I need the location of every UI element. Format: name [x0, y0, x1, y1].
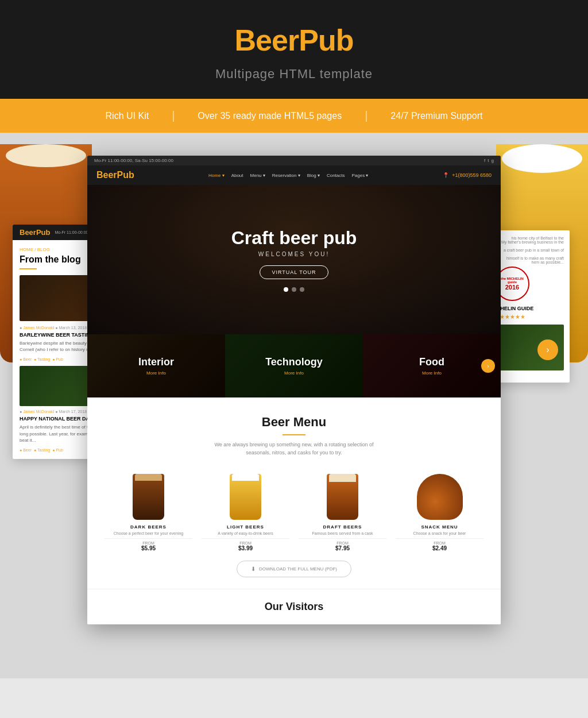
feature-box-food-title: Food: [419, 356, 444, 368]
blog-title-underline: [20, 268, 37, 269]
snack-desc: Choose a snack for your beer: [396, 531, 483, 536]
snack-divider: [396, 538, 483, 539]
feature-1: Rich UI Kit: [83, 111, 172, 121]
logo-accent: Pub: [299, 24, 353, 57]
tag-2: ● Tasting: [34, 357, 50, 361]
dark-beer-name: DARK BEERS: [105, 524, 192, 530]
dark-beer-desc: Choose a perfect beer for your evening: [105, 531, 192, 536]
visitors-title: Our Visitors: [99, 601, 489, 613]
dark-beer-glass: [133, 474, 164, 520]
nav-phone: 📍 +1(800)559 6580: [443, 172, 492, 178]
draft-beer-desc: Famous beers served from a cask: [299, 531, 386, 536]
nav-home[interactable]: Home ▾: [208, 173, 225, 178]
hero-dot-1[interactable]: [284, 287, 288, 292]
light-beer-desc: A variety of easy-to-drink beers: [202, 531, 289, 536]
dark-beer-image: [126, 468, 172, 520]
download-menu-button[interactable]: ⬇ DOWNLOAD THE FULL MENU (PDF): [237, 561, 351, 577]
nav-blog[interactable]: Blog ▾: [307, 173, 320, 178]
dark-beer-divider: [105, 538, 192, 539]
hero-dot-3[interactable]: [300, 287, 304, 292]
download-icon: ⬇: [251, 566, 256, 572]
phone-icon: 📍: [443, 172, 449, 178]
nav-contacts[interactable]: Contacts: [327, 173, 345, 178]
hero-subtitle: WELCOMES YOU!: [231, 251, 357, 257]
nav-pages[interactable]: Pages ▾: [352, 173, 369, 178]
nav-reservation[interactable]: Reservation ▾: [272, 173, 300, 178]
nav-logo: BeerPub: [96, 170, 134, 180]
snack-price-label: FROM: [396, 541, 483, 545]
social-twitter-icon[interactable]: t: [488, 158, 489, 163]
michelin-guide-text: the MICHELIN guide: [496, 277, 528, 284]
draft-beer-name: DRAFT BEERS: [299, 524, 386, 530]
feature-box-technology-title: Technology: [265, 356, 323, 368]
feature-box-food-link[interactable]: More Info: [422, 370, 442, 376]
nav-links: Home ▾ About Menu ▾ Reservation ▾ Blog ▾…: [208, 173, 368, 178]
arrow-button[interactable]: ›: [537, 339, 558, 360]
mockup-topbar: Mo-Fr 11:00-00:00, Sa-Su 15:00-00:00 f t…: [87, 156, 501, 165]
draft-beer-price: $7.95: [299, 545, 386, 551]
tagline: Multipage HTML template: [11, 67, 577, 82]
main-content: BeerPub Mo-Fr 11:00-00:00, Sa-Su 15:00-0…: [0, 133, 588, 678]
draft-beer-divider: [299, 538, 386, 539]
light-beer-price-label: FROM: [202, 541, 289, 545]
light-beer-price: $3.99: [202, 545, 289, 551]
tag-1: ● Beer: [20, 357, 32, 361]
feature-3: 24/7 Premium Support: [368, 111, 505, 121]
beer-menu-title: Beer Menu: [99, 415, 489, 430]
hero-content: Craft beer pub WELCOMES YOU! VIRTUAL TOU…: [231, 227, 357, 292]
hero-title: Craft beer pub: [231, 227, 357, 249]
hero-dot-2[interactable]: [292, 287, 296, 292]
nav-menu[interactable]: Menu ▾: [250, 173, 265, 178]
snack-price: $2.49: [396, 545, 483, 551]
light-beer-divider: [202, 538, 289, 539]
mockup-social: f t g: [484, 158, 494, 163]
draft-beer-glass: [327, 474, 358, 520]
feature-box-technology[interactable]: Technology More Info: [225, 334, 363, 397]
dark-beer-price-label: FROM: [105, 541, 192, 545]
feature-box-food[interactable]: Food More Info ›: [363, 334, 501, 397]
feature-box-food-arrow[interactable]: ›: [481, 359, 495, 373]
beer-grid: DARK BEERS Choose a perfect beer for you…: [99, 468, 489, 551]
tag-beer: ● Beer: [20, 448, 32, 452]
social-gplus-icon[interactable]: g: [492, 158, 494, 163]
beer-card-draft: DRAFT BEERS Famous beers served from a c…: [299, 468, 386, 551]
snack-visual: [417, 474, 463, 520]
light-beer-image: [223, 468, 269, 520]
feature-boxes: Interior More Info Technology More Info …: [87, 334, 501, 397]
beer-menu-underline: [283, 434, 305, 435]
main-logo: BeerPub: [11, 23, 577, 57]
draft-beer-price-label: FROM: [299, 541, 386, 545]
snack-name: SNACK MENU: [396, 524, 483, 530]
light-beer-name: LIGHT BEERS: [202, 524, 289, 530]
top-header: BeerPub Multipage HTML template: [0, 0, 588, 99]
beer-card-snack: SNACK MENU Choose a snack for your beer …: [396, 468, 483, 551]
feature-box-interior-link[interactable]: More Info: [146, 370, 166, 376]
social-facebook-icon[interactable]: f: [484, 158, 485, 163]
snack-image: [417, 468, 463, 520]
beer-menu-section: Beer Menu We are always brewing up somet…: [87, 397, 501, 589]
michelin-year: 2016: [505, 284, 519, 291]
features-bar: Rich UI Kit | Over 35 ready made HTML5 p…: [0, 99, 588, 133]
mockup-wrapper: BeerPub Mo-Fr 11:00-00:00, Sa-Su 15:00-0…: [87, 156, 501, 624]
logo-text: Beer: [235, 24, 299, 57]
tag-3: ● Pub: [52, 357, 63, 361]
feature-box-interior-title: Interior: [138, 356, 174, 368]
tag-pub: ● Pub: [52, 448, 63, 452]
beer-card-light: LIGHT BEERS A variety of easy-to-drink b…: [202, 468, 289, 551]
beer-card-dark: DARK BEERS Choose a perfect beer for you…: [105, 468, 192, 551]
mockup-hours: Mo-Fr 11:00-00:00, Sa-Su 15:00-00:00: [94, 158, 173, 163]
hero-cta-button[interactable]: VIRTUAL TOUR: [260, 265, 328, 279]
blog-card-logo: BeerPub: [20, 228, 50, 237]
beer-menu-desc: We are always brewing up something new, …: [208, 441, 380, 457]
feature-box-technology-link[interactable]: More Info: [284, 370, 304, 376]
tag-tasting: ● Tasting: [34, 448, 50, 452]
feature-box-interior[interactable]: Interior More Info: [87, 334, 225, 397]
visitors-section: Our Visitors: [87, 589, 501, 624]
feature-2: Over 35 ready made HTML5 pages: [175, 111, 365, 121]
website-mockup: Mo-Fr 11:00-00:00, Sa-Su 15:00-00:00 f t…: [87, 156, 501, 624]
nav-about[interactable]: About: [231, 173, 243, 178]
draft-beer-image: [320, 468, 366, 520]
hero-dots: [231, 287, 357, 292]
mockup-nav: BeerPub Home ▾ About Menu ▾ Reservation …: [87, 165, 501, 185]
dark-beer-price: $5.95: [105, 545, 192, 551]
